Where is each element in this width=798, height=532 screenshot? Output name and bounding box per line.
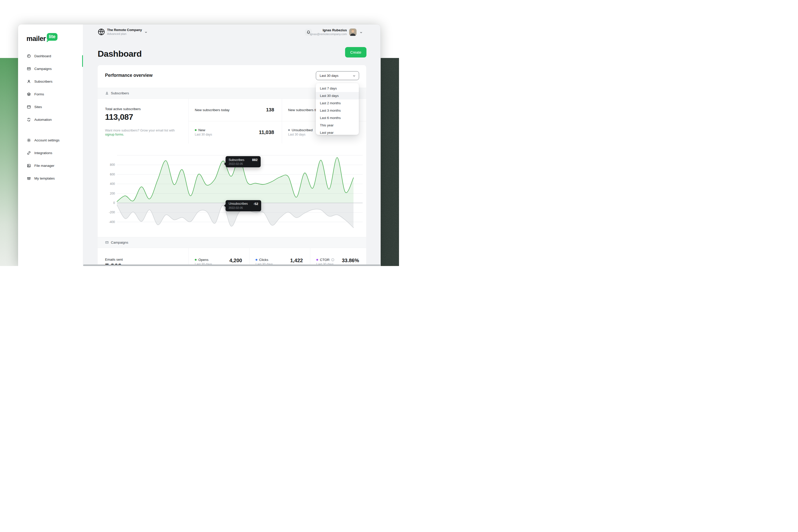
range-option-last-3-months[interactable]: Last 3 months bbox=[316, 107, 359, 114]
chart-tooltip-subscribes: Subscribes 882 2022-02-05 bbox=[226, 156, 261, 167]
svg-text:-400: -400 bbox=[109, 220, 115, 224]
unsubscribed-sublabel: Last 30 days bbox=[288, 133, 313, 136]
person-icon bbox=[105, 91, 109, 95]
automation-icon bbox=[27, 117, 31, 122]
card-title: Performance overview bbox=[105, 73, 153, 78]
signup-forms-link[interactable]: signup forms. bbox=[105, 133, 124, 136]
date-range-value: Last 30 days bbox=[320, 74, 353, 78]
opens-cell: OpensLast 30 days4,200 bbox=[188, 248, 249, 266]
ctor-dot bbox=[316, 259, 318, 261]
new-sublabel: Last 30 days bbox=[195, 133, 212, 136]
section-title: Subscribers bbox=[111, 91, 129, 95]
sidebar-item-file-manager[interactable]: File manager bbox=[18, 159, 83, 172]
new-subscribers-today-cell: New subscribers today 138 bbox=[188, 99, 282, 121]
settings-icon bbox=[27, 138, 31, 142]
sidebar-item-my-templates[interactable]: My templates bbox=[18, 172, 83, 185]
user-name: Ignas Rubezius bbox=[310, 28, 347, 32]
chevron-down-icon bbox=[145, 30, 148, 33]
dashboard-icon bbox=[27, 54, 31, 58]
total-subscribers-label: Total active subscribers bbox=[105, 107, 181, 111]
date-range-select[interactable]: Last 30 days bbox=[316, 71, 359, 80]
logo-wordmark: mailer bbox=[26, 35, 46, 42]
svg-text:0: 0 bbox=[113, 201, 115, 205]
chart-tooltip-unsubscribes: Unsubscribes -52 2022-02-05 bbox=[226, 200, 262, 211]
signup-forms-promo: Want more subscribers? Grow your email l… bbox=[105, 129, 181, 136]
sidebar-item-dashboard[interactable]: Dashboard bbox=[18, 50, 83, 62]
clicks-dot bbox=[255, 259, 258, 261]
clicks-value: 1,422 bbox=[290, 258, 303, 263]
envelope-icon bbox=[105, 241, 109, 244]
workspace-switcher[interactable]: The Remote Company Advanced plan bbox=[98, 28, 148, 36]
gray-dot bbox=[288, 129, 290, 131]
campaigns-icon bbox=[27, 66, 31, 71]
templates-icon bbox=[27, 176, 31, 180]
sidebar-item-subscribers[interactable]: Subscribers bbox=[18, 75, 83, 88]
company-globe-icon bbox=[98, 28, 105, 36]
range-option-last-6-months[interactable]: Last 6 months bbox=[316, 114, 359, 121]
background-dark-texture bbox=[381, 58, 399, 266]
user-email: ignas@remotecompany.com bbox=[310, 32, 347, 36]
svg-text:200: 200 bbox=[110, 192, 115, 195]
date-range-dropdown-menu: Last 7 daysLast 30 daysLast 2 monthsLast… bbox=[316, 83, 359, 135]
new-subscribers-cell: New Last 30 days 11,038 bbox=[188, 121, 282, 144]
new-subscribers-period-label: New subscribers th bbox=[288, 108, 317, 112]
total-subscribers-value: 113,087 bbox=[105, 112, 181, 122]
range-option-last-7-days[interactable]: Last 7 days bbox=[316, 85, 359, 92]
svg-text:800: 800 bbox=[110, 163, 115, 167]
background-green-gradient bbox=[0, 58, 18, 266]
range-option-last-30-days[interactable]: Last 30 days bbox=[316, 92, 359, 99]
campaigns-section-header: Campaigns bbox=[98, 237, 366, 248]
forms-icon bbox=[27, 92, 31, 96]
workspace-name: The Remote Company bbox=[107, 28, 142, 32]
unsubscribed-label: Unsubscribed bbox=[292, 128, 313, 132]
range-option-this-year[interactable]: This year bbox=[316, 121, 359, 129]
ctor-value: 33.86% bbox=[342, 258, 359, 263]
app-window: mailer lite DashboardCampaignsSubscriber… bbox=[18, 24, 380, 266]
sidebar-item-forms[interactable]: Forms bbox=[18, 88, 83, 100]
chevron-down-icon bbox=[360, 31, 363, 34]
opens-dot bbox=[195, 259, 196, 261]
total-active-subscribers-cell: Total active subscribers 113,087 Want mo… bbox=[98, 99, 188, 144]
sidebar-item-sites[interactable]: Sites bbox=[18, 100, 83, 113]
workspace-plan: Advanced plan bbox=[107, 32, 142, 36]
sidebar-item-automation[interactable]: Automation bbox=[18, 113, 83, 126]
clicks-cell: ClicksLast 30 days1,422 bbox=[249, 248, 310, 266]
svg-text:-200: -200 bbox=[109, 211, 115, 214]
emails-sent-label: Emails sent bbox=[105, 258, 188, 262]
ctor-cell: CTORLast 30 days33.86% bbox=[310, 248, 366, 266]
mailerlite-logo[interactable]: mailer lite bbox=[26, 33, 57, 42]
info-icon bbox=[331, 258, 335, 262]
campaign-stats-grid: Emails sent 7,869 OpensLast 30 days4,200… bbox=[98, 248, 366, 266]
integrations-icon bbox=[27, 151, 31, 155]
sidebar-item-campaigns[interactable]: Campaigns bbox=[18, 62, 83, 75]
active-item-indicator bbox=[82, 55, 83, 67]
subscribers-area-chart: 8006004002000-200-400 Subscribes 882 202… bbox=[98, 144, 366, 237]
sites-icon bbox=[27, 105, 31, 109]
page-title: Dashboard bbox=[98, 49, 141, 59]
logo-lite-badge: lite bbox=[47, 33, 57, 41]
sidebar: mailer lite DashboardCampaignsSubscriber… bbox=[18, 24, 83, 266]
subscribers-icon bbox=[27, 79, 31, 84]
emails-sent-cell: Emails sent 7,869 bbox=[98, 248, 188, 266]
range-option-last-year[interactable]: Last year bbox=[316, 129, 359, 136]
new-subscribers-value: 11,038 bbox=[259, 130, 274, 135]
opens-value: 4,200 bbox=[229, 258, 242, 263]
files-icon bbox=[27, 164, 31, 168]
sidebar-item-account-settings[interactable]: Account settings bbox=[18, 134, 83, 147]
new-subscribers-today-label: New subscribers today bbox=[195, 108, 230, 112]
user-menu[interactable]: Ignas Rubezius ignas@remotecompany.com bbox=[310, 28, 363, 36]
main-content: The Remote Company Advanced plan Igna bbox=[83, 24, 380, 266]
svg-text:400: 400 bbox=[110, 182, 115, 186]
avatar bbox=[349, 28, 357, 36]
chevron-down-icon bbox=[353, 74, 356, 77]
sidebar-item-integrations[interactable]: Integrations bbox=[18, 147, 83, 159]
screen: mailer lite DashboardCampaignsSubscriber… bbox=[0, 0, 399, 266]
create-button[interactable]: Create bbox=[345, 47, 366, 57]
new-subscribers-today-value: 138 bbox=[266, 107, 274, 113]
new-label: New bbox=[198, 128, 205, 132]
horizontal-scrollbar[interactable] bbox=[83, 265, 380, 266]
svg-text:600: 600 bbox=[110, 173, 115, 176]
section-title: Campaigns bbox=[111, 241, 128, 244]
green-dot bbox=[195, 129, 196, 131]
range-option-last-2-months[interactable]: Last 2 months bbox=[316, 99, 359, 107]
